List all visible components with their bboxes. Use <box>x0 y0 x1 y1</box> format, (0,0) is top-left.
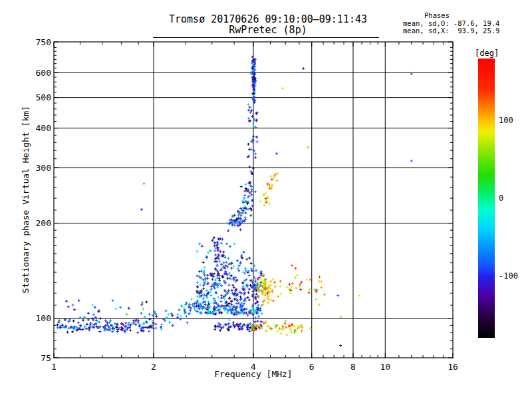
data-point <box>339 344 342 347</box>
data-point <box>249 192 251 194</box>
data-point <box>77 321 80 324</box>
colorbar-title: [deg] <box>475 49 499 58</box>
data-point <box>104 324 107 327</box>
data-point <box>295 267 297 269</box>
data-point <box>247 314 249 317</box>
data-point <box>140 303 143 306</box>
data-point <box>251 188 253 191</box>
data-point <box>248 148 251 151</box>
data-point <box>177 313 180 316</box>
data-point <box>275 152 278 155</box>
plot-subtitle: RwPretec (8p) <box>229 24 307 36</box>
data-point <box>172 324 174 327</box>
data-point <box>220 285 223 287</box>
data-point <box>272 278 275 281</box>
data-point <box>250 194 253 196</box>
data-point <box>202 297 205 300</box>
data-point <box>219 329 221 332</box>
data-point <box>254 280 257 283</box>
data-point <box>89 322 92 325</box>
data-point <box>257 278 259 281</box>
data-point <box>232 265 235 267</box>
data-point <box>233 298 236 301</box>
data-point <box>201 245 203 247</box>
data-point <box>87 312 90 315</box>
data-point <box>141 301 144 304</box>
data-point <box>143 182 146 185</box>
data-point <box>243 303 245 305</box>
data-point <box>245 183 247 186</box>
data-point <box>279 280 282 283</box>
data-point <box>222 251 225 253</box>
data-point <box>257 320 259 323</box>
data-point <box>271 178 273 181</box>
data-point <box>227 229 229 232</box>
data-point <box>291 286 293 289</box>
data-point <box>119 306 122 309</box>
data-point <box>228 272 231 275</box>
tick-label: 100 <box>36 313 51 323</box>
data-point <box>244 216 247 219</box>
data-point <box>224 294 227 297</box>
data-point <box>315 299 317 301</box>
data-point <box>277 330 279 332</box>
data-point <box>217 253 220 256</box>
tick-label: 75 <box>41 353 51 363</box>
data-point <box>86 323 88 326</box>
data-point <box>255 136 258 138</box>
data-point <box>245 258 248 261</box>
data-point <box>207 301 210 303</box>
data-point <box>288 283 291 286</box>
data-point <box>198 243 201 245</box>
data-point <box>230 275 233 277</box>
data-point <box>218 260 221 263</box>
data-point <box>145 301 148 303</box>
data-point <box>252 135 255 138</box>
data-point <box>64 319 66 321</box>
data-point <box>291 264 293 267</box>
data-point <box>155 327 158 329</box>
data-point <box>214 253 217 256</box>
data-point <box>223 261 225 264</box>
data-point <box>264 294 267 297</box>
data-point <box>279 285 282 288</box>
data-point <box>178 309 180 311</box>
tick-label: 1 <box>51 362 57 372</box>
data-point <box>236 224 239 227</box>
data-point <box>209 294 212 297</box>
data-point <box>124 322 127 325</box>
data-point <box>256 140 259 143</box>
data-point <box>223 298 226 301</box>
data-point <box>237 209 239 212</box>
data-point <box>216 241 219 243</box>
data-point <box>99 317 102 320</box>
data-point <box>132 320 135 323</box>
data-point <box>285 320 287 323</box>
data-point <box>94 306 96 309</box>
data-point <box>241 254 243 257</box>
data-point <box>216 270 219 273</box>
data-point <box>71 331 74 333</box>
data-point <box>169 321 172 324</box>
data-point <box>199 284 201 287</box>
data-point <box>229 245 231 248</box>
data-point <box>223 289 226 292</box>
tick-label: 750 <box>36 37 51 47</box>
data-point <box>130 324 132 327</box>
data-point <box>215 306 218 309</box>
data-point <box>301 330 303 332</box>
data-point <box>249 106 251 108</box>
data-point <box>66 331 69 333</box>
data-point <box>72 304 74 307</box>
data-point <box>221 238 223 241</box>
data-point <box>214 279 217 281</box>
tick-label: 400 <box>36 123 51 133</box>
data-point <box>295 287 297 289</box>
data-point <box>247 104 249 106</box>
scatter-points <box>57 56 413 347</box>
data-point <box>203 266 206 269</box>
data-point <box>65 300 68 303</box>
data-point <box>220 242 223 245</box>
data-point <box>167 313 170 316</box>
data-point <box>140 208 143 211</box>
